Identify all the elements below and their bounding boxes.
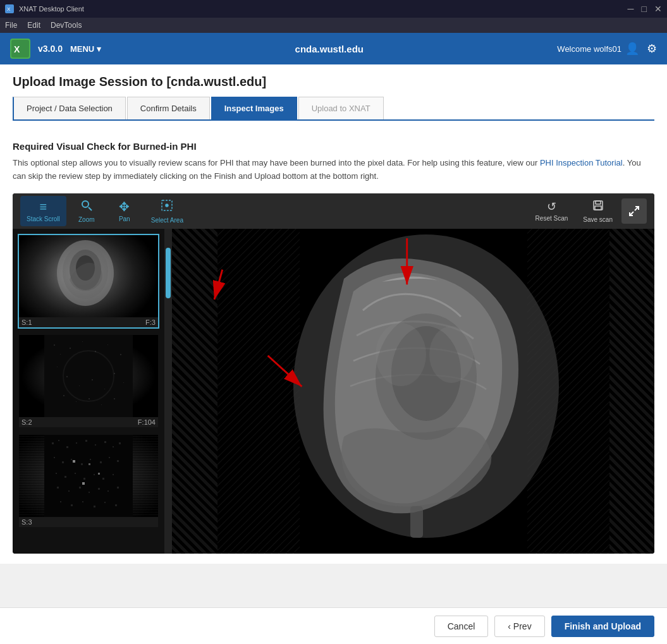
thumbnail-panel: S:1 F:3 xyxy=(13,229,164,554)
select-area-tool[interactable]: Select Area xyxy=(145,195,190,228)
svg-point-7 xyxy=(166,204,168,207)
reset-scan-tool[interactable]: ↺ Reset Scan xyxy=(529,196,575,226)
svg-rect-21 xyxy=(60,354,61,355)
thumbnail-1-label: S:1 F:3 xyxy=(19,317,158,327)
menu-devtools[interactable]: DevTools xyxy=(51,21,82,30)
scroll-indicator[interactable] xyxy=(164,229,172,554)
section-title: Required Visual Check for Burned-in PHI xyxy=(13,141,654,152)
select-area-label: Select Area xyxy=(151,217,183,224)
title-bar-text: XNAT Desktop Client xyxy=(19,5,623,13)
thumbnail-1[interactable]: S:1 F:3 xyxy=(18,234,159,329)
window-controls[interactable]: ─ □ ✕ xyxy=(628,4,662,14)
svg-rect-48 xyxy=(119,442,121,444)
svg-rect-65 xyxy=(68,490,70,492)
svg-rect-27 xyxy=(57,367,58,367)
finish-upload-button[interactable]: Finish and Upload xyxy=(551,616,654,637)
svg-rect-22 xyxy=(70,348,71,349)
thumbnail-2-series: S:2 xyxy=(21,418,32,426)
zoom-icon xyxy=(80,199,93,215)
thumbnail-2[interactable]: S:2 F:104 xyxy=(18,334,159,428)
tab-upload-xnat[interactable]: Upload to XNAT xyxy=(298,97,384,119)
viewer-toolbar: ≡ Stack Scroll Zoom ✥ Pan xyxy=(13,193,654,229)
tab-inspect-images[interactable]: Inspect Images xyxy=(211,97,297,119)
svg-rect-17 xyxy=(44,335,133,417)
brain-image-wrap xyxy=(172,229,654,554)
prev-button[interactable]: ‹ Prev xyxy=(494,616,544,637)
svg-rect-68 xyxy=(98,488,100,490)
svg-rect-63 xyxy=(113,474,114,475)
menu-bar: File Edit DevTools xyxy=(0,18,667,33)
app-header: X v3.0.0 MENU ▾ cnda.wustl.edu Welcome w… xyxy=(0,33,667,64)
header-menu-button[interactable]: MENU ▾ xyxy=(70,44,101,54)
settings-icon[interactable]: ⚙ xyxy=(647,42,657,56)
reset-scan-label: Reset Scan xyxy=(535,215,568,222)
tab-bar: Project / Data Selection Confirm Details… xyxy=(13,97,654,121)
pan-tool[interactable]: ✥ Pan xyxy=(107,195,142,226)
minimize-button[interactable]: ─ xyxy=(628,4,634,14)
svg-point-89 xyxy=(376,323,426,386)
restore-button[interactable]: □ xyxy=(642,4,647,14)
svg-rect-33 xyxy=(123,382,124,383)
svg-rect-66 xyxy=(79,487,81,489)
user-icon: 👤 xyxy=(625,42,639,56)
page-title: Upload Image Session to [cnda.wustl.edu] xyxy=(13,75,654,89)
close-button[interactable]: ✕ xyxy=(654,4,662,14)
svg-rect-70 xyxy=(117,487,119,489)
svg-rect-59 xyxy=(75,473,76,474)
menu-edit[interactable]: Edit xyxy=(27,21,40,30)
svg-rect-49 xyxy=(54,457,55,458)
svg-rect-25 xyxy=(107,344,108,345)
welcome-text: Welcome wolfs01 👤 xyxy=(557,42,639,56)
svg-rect-40 xyxy=(52,442,54,444)
stack-scroll-tool[interactable]: ≡ Stack Scroll xyxy=(20,196,66,226)
server-name: cnda.wustl.edu xyxy=(295,44,364,54)
svg-rect-53 xyxy=(90,459,91,460)
cancel-button[interactable]: Cancel xyxy=(434,616,489,637)
thumbnail-image-1 xyxy=(19,235,158,317)
svg-rect-64 xyxy=(57,487,59,489)
svg-rect-60 xyxy=(83,478,85,480)
svg-rect-50 xyxy=(62,461,64,463)
thumbnail-image-2 xyxy=(19,335,158,417)
svg-rect-80 xyxy=(89,463,90,465)
svg-rect-54 xyxy=(100,461,102,463)
page-content: Upload Image Session to [cnda.wustl.edu]… xyxy=(0,64,667,131)
svg-rect-78 xyxy=(98,473,100,475)
reset-scan-icon: ↺ xyxy=(547,200,556,214)
svg-rect-37 xyxy=(101,404,102,405)
svg-rect-47 xyxy=(113,446,114,447)
phi-tutorial-link[interactable]: PHI Inspection Tutorial xyxy=(540,158,623,167)
svg-rect-9 xyxy=(596,201,601,204)
svg-rect-23 xyxy=(82,341,83,342)
app-version: v3.0.0 xyxy=(38,44,63,54)
zoom-tool[interactable]: Zoom xyxy=(69,195,104,227)
svg-text:X: X xyxy=(7,6,11,12)
thumbnail-1-series: S:1 xyxy=(21,319,32,326)
brain-thumbnail-2 xyxy=(19,335,158,417)
svg-rect-46 xyxy=(104,441,106,443)
svg-rect-79 xyxy=(82,482,85,485)
svg-rect-34 xyxy=(63,395,64,396)
svg-rect-32 xyxy=(114,373,115,374)
svg-rect-20 xyxy=(54,344,55,346)
menu-file[interactable]: File xyxy=(5,21,17,30)
tab-project-data[interactable]: Project / Data Selection xyxy=(13,97,126,119)
brain-thumbnail-1 xyxy=(19,235,158,317)
svg-rect-86 xyxy=(410,506,423,538)
svg-rect-31 xyxy=(104,389,105,389)
thumbnail-1-frames: F:3 xyxy=(145,319,156,326)
svg-rect-43 xyxy=(76,442,77,444)
scroll-thumb xyxy=(166,248,171,298)
save-scan-tool[interactable]: Save scan xyxy=(577,195,619,227)
expand-viewer-button[interactable] xyxy=(621,198,647,224)
svg-rect-42 xyxy=(66,446,68,448)
thumbnail-3[interactable]: S:3 xyxy=(18,434,159,528)
viewer-body: S:1 F:3 xyxy=(13,229,654,554)
svg-rect-58 xyxy=(64,476,66,478)
svg-rect-26 xyxy=(120,354,121,355)
svg-rect-83 xyxy=(217,229,300,554)
svg-rect-67 xyxy=(89,492,90,493)
svg-rect-77 xyxy=(73,460,75,463)
svg-rect-41 xyxy=(58,440,59,441)
tab-confirm-details[interactable]: Confirm Details xyxy=(127,97,210,119)
